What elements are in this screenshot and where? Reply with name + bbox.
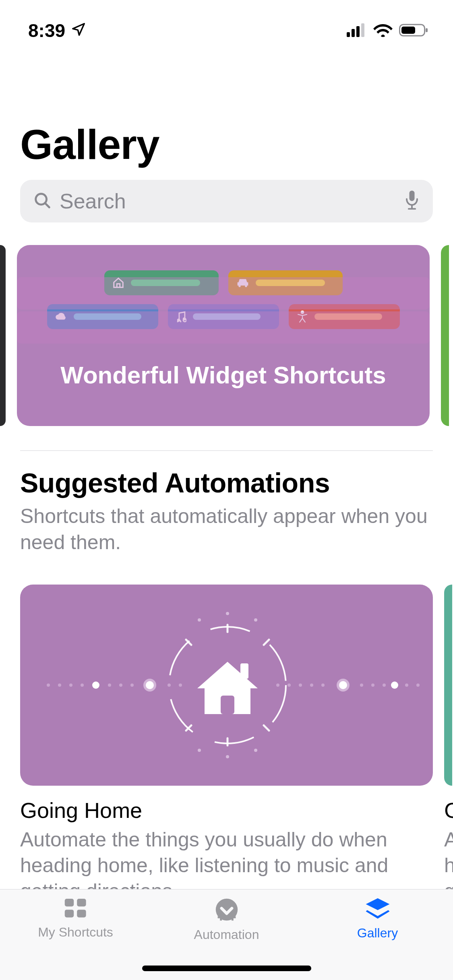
suggested-next-peek[interactable]: G A h g <box>444 585 453 904</box>
svg-point-36 <box>92 681 99 689</box>
featured-prev-peek[interactable] <box>0 245 6 426</box>
svg-point-19 <box>69 684 72 687</box>
tab-label: Gallery <box>357 926 398 941</box>
svg-point-23 <box>130 684 134 687</box>
search-icon <box>33 191 52 211</box>
svg-point-33 <box>383 684 386 687</box>
svg-point-25 <box>179 684 182 687</box>
svg-point-32 <box>371 684 374 687</box>
suggested-subtitle: Shortcuts that automatically appear when… <box>20 503 433 556</box>
svg-line-50 <box>264 640 269 645</box>
suggested-card-title: Going Home <box>20 798 433 823</box>
header: Gallery <box>0 48 453 169</box>
svg-point-27 <box>288 684 291 687</box>
svg-point-31 <box>360 684 363 687</box>
svg-rect-1 <box>352 29 355 37</box>
svg-rect-57 <box>64 899 73 906</box>
svg-rect-59 <box>64 910 73 917</box>
svg-point-20 <box>81 684 84 687</box>
microphone-icon[interactable] <box>404 190 420 212</box>
search-input[interactable]: Search <box>20 180 433 222</box>
location-arrow-icon <box>71 20 86 41</box>
svg-point-44 <box>254 618 257 622</box>
svg-rect-60 <box>77 910 86 917</box>
svg-point-41 <box>391 681 398 689</box>
featured-card-title: Wonderful Widget Shortcuts <box>60 361 386 389</box>
status-bar: 8:39 <box>0 0 453 48</box>
svg-rect-2 <box>356 26 360 37</box>
svg-point-30 <box>321 684 325 687</box>
svg-point-45 <box>198 618 201 622</box>
svg-rect-58 <box>77 899 86 906</box>
status-time: 8:39 <box>28 20 65 41</box>
svg-rect-55 <box>221 696 234 714</box>
svg-rect-6 <box>426 28 428 32</box>
svg-point-29 <box>310 684 313 687</box>
svg-point-28 <box>299 684 302 687</box>
svg-point-18 <box>58 684 61 687</box>
svg-line-8 <box>46 204 50 208</box>
svg-point-34 <box>405 684 408 687</box>
home-indicator[interactable] <box>142 966 311 971</box>
featured-carousel[interactable]: Wonderful Widget Shortcuts <box>0 222 453 426</box>
svg-line-53 <box>264 725 269 731</box>
status-right <box>347 20 429 41</box>
cellular-signal-icon <box>347 20 367 41</box>
svg-point-46 <box>226 755 229 758</box>
search-placeholder: Search <box>60 189 396 213</box>
svg-point-47 <box>254 749 257 752</box>
svg-point-21 <box>108 684 111 687</box>
svg-rect-9 <box>410 191 415 201</box>
svg-point-22 <box>119 684 122 687</box>
tab-gallery[interactable]: Gallery <box>303 897 452 980</box>
wifi-icon <box>373 20 393 41</box>
featured-next-peek[interactable] <box>441 245 449 426</box>
tab-label: Automation <box>194 927 259 942</box>
suggested-automations-section: Suggested Automations Shortcuts that aut… <box>0 451 453 556</box>
svg-rect-56 <box>240 663 248 679</box>
gallery-stack-icon <box>363 897 392 922</box>
grid-icon <box>63 897 89 922</box>
svg-point-17 <box>47 684 50 687</box>
tab-my-shortcuts[interactable]: My Shortcuts <box>1 897 150 980</box>
automation-icon <box>214 897 240 924</box>
suggested-card-going-home[interactable]: Going Home Automate the things you usual… <box>20 585 433 904</box>
page-title: Gallery <box>20 121 433 169</box>
svg-rect-0 <box>347 32 350 37</box>
svg-point-35 <box>416 684 420 687</box>
suggested-carousel[interactable]: Going Home Automate the things you usual… <box>0 556 453 904</box>
svg-point-48 <box>198 749 201 752</box>
svg-point-43 <box>226 612 229 615</box>
status-left: 8:39 <box>28 20 86 41</box>
svg-rect-5 <box>401 27 415 34</box>
featured-card-widget-shortcuts[interactable]: Wonderful Widget Shortcuts <box>17 245 430 426</box>
tab-label: My Shortcuts <box>38 925 113 940</box>
svg-rect-3 <box>361 23 364 37</box>
suggested-title: Suggested Automations <box>20 467 433 498</box>
going-home-illustration <box>20 585 433 786</box>
battery-icon <box>399 20 429 41</box>
svg-point-24 <box>168 684 171 687</box>
svg-point-26 <box>276 684 279 687</box>
